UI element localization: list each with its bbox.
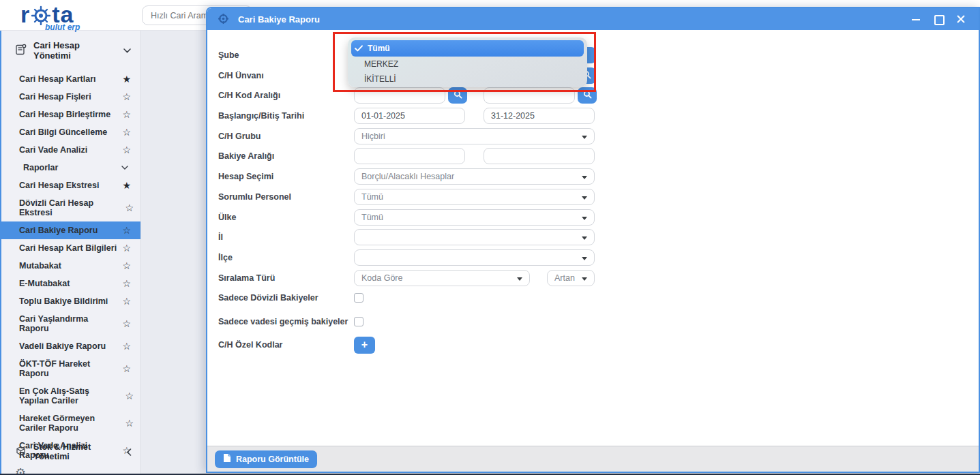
add-ozel-kod-button[interactable]: + <box>354 337 375 354</box>
star-outline-icon[interactable]: ☆ <box>117 110 131 119</box>
field-label: C/H Kod Aralığı <box>218 91 354 100</box>
dialog-footer: Raporu Görüntüle <box>207 446 979 472</box>
sidebar-item-cari-hesap-fisleri[interactable]: Cari Hesap Fişleri ☆ <box>0 88 140 106</box>
package-icon <box>15 445 27 459</box>
il-select[interactable] <box>354 229 595 245</box>
sidebar-item-en-cok-alis-satis-yapilan-cariler[interactable]: En Çok Alış-Satış Yapılan Cariler ☆ <box>0 382 140 410</box>
field-label: İl <box>218 232 354 242</box>
sidebar-item-dovizli-cari-hesap-ekstresi[interactable]: Dövizli Cari Hesap Ekstresi ☆ <box>0 194 140 221</box>
field-label: C/H Grubu <box>218 132 354 141</box>
sidebar-subsection-label: Raporlar <box>23 163 58 172</box>
form-row-il: İl <box>218 229 979 245</box>
star-outline-icon[interactable]: ☆ <box>119 418 134 428</box>
bakiye-max-input[interactable] <box>484 148 595 164</box>
sidebar-item-label: Cari Hesap Fişleri <box>19 92 91 102</box>
siralama-yonu-select[interactable]: Artan <box>547 270 595 286</box>
sidebar-item-cari-hesap-birlestirme[interactable]: Cari Hesap Birleştirme ☆ <box>0 106 140 123</box>
sidebar-item-cari-vade-analizi[interactable]: Cari Vade Analizi ☆ <box>0 141 140 159</box>
ch-kod-end-search-button[interactable] <box>578 87 597 104</box>
end-date-input[interactable]: 31-12-2025 <box>484 108 595 124</box>
star-outline-icon[interactable]: ☆ <box>119 203 134 213</box>
star-outline-icon[interactable]: ☆ <box>117 261 131 271</box>
sidebar: Cari Hesap Yönetimi Cari Hesap Kartları … <box>0 31 141 474</box>
sidebar-item-e-mutabakat[interactable]: E-Mutabakat ☆ <box>0 275 140 292</box>
field-label: C/H Ünvanı <box>218 71 354 80</box>
dropdown-option-ikitelli[interactable]: İKİTELLİ <box>351 72 584 87</box>
minimize-icon[interactable] <box>910 14 921 25</box>
star-outline-icon[interactable]: ☆ <box>117 92 131 102</box>
sidebar-item-cari-hesap-kartlari[interactable]: Cari Hesap Kartları ★ <box>0 70 140 88</box>
form-row-siralama-turu: Sıralama Türü Koda Göre Artan <box>218 270 979 286</box>
bakiye-min-input[interactable] <box>354 148 465 164</box>
field-label: Şube <box>218 50 354 60</box>
form-row-ch-kod-araligi: C/H Kod Aralığı <box>218 87 979 104</box>
sidebar-item-label: Dövizli Cari Hesap Ekstresi <box>19 198 115 217</box>
sorumlu-personel-select[interactable]: Tümü <box>354 189 595 205</box>
sidebar-item-label: Cari Hesap Birleştirme <box>19 110 110 119</box>
sidebar-item-hareket-gormeyen-cariler-raporu[interactable]: Hareket Görmeyen Cariler Raporu ☆ <box>0 410 140 437</box>
star-filled-icon[interactable]: ★ <box>117 74 131 84</box>
field-label: Sadece vadesi geçmiş bakiyeler <box>218 317 354 326</box>
dropdown-option-tumu[interactable]: Tümü <box>351 40 584 57</box>
star-filled-icon[interactable]: ★ <box>117 181 131 190</box>
sidebar-item-cari-bilgi-guncelleme[interactable]: Cari Bilgi Güncelleme ☆ <box>0 123 140 141</box>
sidebar-section-cari-hesap-yonetimi[interactable]: Cari Hesap Yönetimi <box>0 31 140 70</box>
star-outline-icon[interactable]: ☆ <box>117 341 131 351</box>
ch-kod-end-input[interactable] <box>484 87 575 104</box>
dialog-title-bar: Cari Bakiye Raporu <box>207 8 979 30</box>
gear-icon: ⚙ <box>15 465 26 474</box>
field-label: Ülke <box>218 213 354 222</box>
ilce-select[interactable] <box>354 249 595 266</box>
star-outline-icon[interactable]: ☆ <box>119 391 134 401</box>
sidebar-item-cari-hesap-ekstresi[interactable]: Cari Hesap Ekstresi ★ <box>0 177 140 194</box>
star-outline-icon[interactable]: ☆ <box>117 279 131 288</box>
dropdown-option-label: İKİTELLİ <box>364 74 396 84</box>
sidebar-item-label: Cari Yaşlandırma Raporu <box>19 314 117 333</box>
chevron-down-icon <box>121 166 128 170</box>
sadece-dovizli-checkbox[interactable] <box>354 293 363 303</box>
dropdown-option-merkez[interactable]: MERKEZ <box>351 57 584 72</box>
ulke-select[interactable]: Tümü <box>354 209 595 226</box>
ch-kod-start-search-button[interactable] <box>448 87 467 104</box>
window-left-edge <box>0 31 1 475</box>
sidebar-item-mutabakat[interactable]: Mutabakat ☆ <box>0 257 140 275</box>
field-label: Başlangıç/Bitiş Tarihi <box>218 111 354 121</box>
field-label: Hesap Seçimi <box>218 172 354 181</box>
hesap-secimi-select[interactable]: Borçlu/Alacaklı Hesaplar <box>354 168 595 185</box>
sidebar-item-vadeli-bakiye-raporu[interactable]: Vadeli Bakiye Raporu ☆ <box>0 337 140 355</box>
field-label: Sorumlu Personel <box>218 192 354 202</box>
star-outline-icon[interactable]: ☆ <box>117 226 131 235</box>
star-outline-icon[interactable]: ☆ <box>117 127 131 137</box>
account-card-icon <box>15 44 27 57</box>
sidebar-item-cari-hesap-kart-bilgileri[interactable]: Cari Hesap Kart Bilgileri ☆ <box>0 239 140 257</box>
sidebar-item-label: Cari Hesap Kart Bilgileri <box>19 243 117 253</box>
close-icon[interactable] <box>955 14 966 25</box>
ch-kod-start-input[interactable] <box>354 87 445 104</box>
star-outline-icon[interactable]: ☆ <box>117 319 131 328</box>
star-outline-icon[interactable]: ☆ <box>117 364 131 373</box>
vadesi-gecmis-checkbox[interactable] <box>354 317 363 326</box>
form-row-tarih: Başlangıç/Bitiş Tarihi 01-01-2025 31-12-… <box>218 108 979 124</box>
sidebar-item-label: Toplu Bakiye Bildirimi <box>19 296 108 306</box>
sidebar-subsection-raporlar[interactable]: Raporlar <box>0 159 140 177</box>
sidebar-section-stok-hizmet-yonetimi[interactable]: Stok & Hizmet Yönetimi <box>0 442 141 461</box>
sidebar-item-label: E-Mutabakat <box>19 279 70 288</box>
sidebar-item-cari-yaslandirma-raporu[interactable]: Cari Yaşlandırma Raporu ☆ <box>0 310 140 337</box>
field-label: Sadece Dövizli Bakiyeler <box>218 293 354 303</box>
form-row-ulke: Ülke Tümü <box>218 209 979 226</box>
sidebar-item-toplu-bakiye-bildirimi[interactable]: Toplu Bakiye Bildirimi ☆ <box>0 292 140 310</box>
form-row-ilce: İlçe <box>218 249 979 266</box>
dropdown-option-label: Tümü <box>368 44 390 53</box>
sidebar-item-okt-tof-hareket-raporu[interactable]: ÖKT-TÖF Hareket Raporu ☆ <box>0 355 140 382</box>
view-report-button[interactable]: Raporu Görüntüle <box>215 450 317 468</box>
start-date-input[interactable]: 01-01-2025 <box>354 108 465 124</box>
sidebar-item-label: ÖKT-TÖF Hareket Raporu <box>19 359 117 378</box>
star-outline-icon[interactable]: ☆ <box>117 296 131 306</box>
maximize-icon[interactable] <box>933 14 944 25</box>
sidebar-item-cari-bakiye-raporu[interactable]: Cari Bakiye Raporu ☆ <box>0 221 140 239</box>
siralama-turu-select[interactable]: Koda Göre <box>354 270 530 286</box>
dialog-title: Cari Bakiye Raporu <box>238 14 320 25</box>
star-outline-icon[interactable]: ☆ <box>117 145 131 155</box>
star-outline-icon[interactable]: ☆ <box>117 243 131 253</box>
ch-grubu-select[interactable]: Hiçbiri <box>354 128 595 144</box>
